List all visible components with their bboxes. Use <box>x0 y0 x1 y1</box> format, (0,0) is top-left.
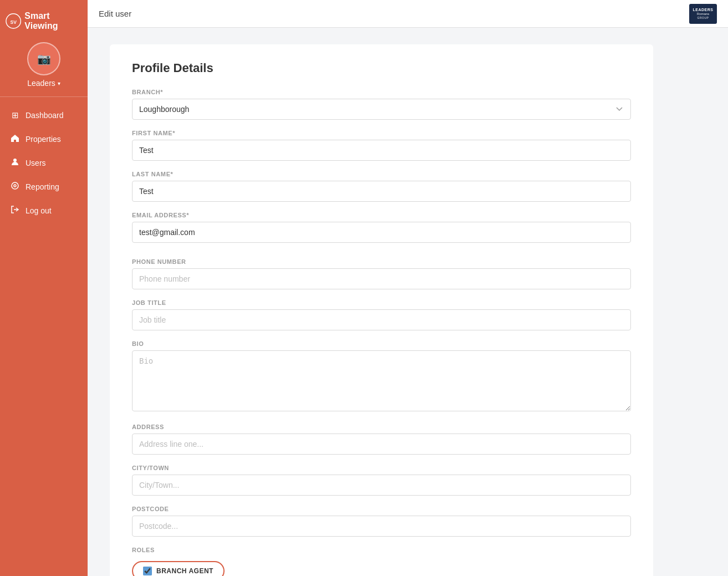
branch-label: BRANCH* <box>132 89 631 95</box>
svg-point-2 <box>13 159 17 162</box>
sidebar-item-logout[interactable]: Log out <box>0 198 88 222</box>
avatar[interactable]: 📷 <box>27 42 60 75</box>
branch-agent-label: BRANCH AGENT <box>156 567 213 575</box>
address-label: ADDRESS <box>132 424 631 430</box>
city-label: CITY/TOWN <box>132 465 631 471</box>
content-area: Profile Details BRANCH* Loughborough Lon… <box>88 28 728 576</box>
sidebar-item-properties[interactable]: Properties <box>0 127 88 151</box>
postcode-group: POSTCODE <box>132 506 631 537</box>
company-logo-line2: Romans <box>693 12 714 16</box>
address-input[interactable] <box>132 434 631 455</box>
sidebar-item-users[interactable]: Users <box>0 151 88 175</box>
roles-label: ROLES <box>132 547 631 553</box>
sidebar-nav: ⊞ Dashboard Properties Users Reporting <box>0 104 88 222</box>
branch-agent-checkbox[interactable] <box>143 567 152 575</box>
last-name-group: LAST NAME* <box>132 171 631 202</box>
first-name-group: FIRST NAME* <box>132 130 631 161</box>
form-card: Profile Details BRANCH* Loughborough Lon… <box>110 44 653 576</box>
sidebar: SV Smart Viewing 📷 Leaders ▾ ⊞ Dashboard… <box>0 0 88 576</box>
first-name-input[interactable] <box>132 140 631 161</box>
sidebar-item-dashboard[interactable]: ⊞ Dashboard <box>0 104 88 127</box>
smart-viewing-logo-icon: SV <box>6 13 21 29</box>
city-input[interactable] <box>132 475 631 496</box>
properties-icon <box>10 134 20 144</box>
svg-text:SV: SV <box>10 19 17 25</box>
reporting-icon <box>10 181 20 192</box>
dashboard-icon: ⊞ <box>10 110 20 120</box>
bio-group: BIO <box>132 340 631 414</box>
job-title-input[interactable] <box>132 309 631 330</box>
city-group: CITY/TOWN <box>132 465 631 496</box>
svg-point-3 <box>12 182 18 189</box>
job-title-label: JOB TITLE <box>132 299 631 306</box>
avatar-section: 📷 Leaders ▾ <box>27 42 60 88</box>
phone-label: PHONE NUMBER <box>132 258 631 265</box>
avatar-label[interactable]: Leaders ▾ <box>27 79 60 88</box>
logout-icon <box>10 205 20 216</box>
sidebar-divider <box>0 96 88 97</box>
sidebar-logo: SV Smart Viewing <box>0 11 88 31</box>
bio-textarea[interactable] <box>132 350 631 411</box>
topbar-title: Edit user <box>99 9 131 18</box>
address-group: ADDRESS <box>132 424 631 455</box>
sidebar-logo-text: Smart Viewing <box>24 11 82 31</box>
company-logo-line3: GROUP <box>693 16 714 19</box>
bio-label: BIO <box>132 340 631 347</box>
postcode-label: POSTCODE <box>132 506 631 512</box>
job-title-group: JOB TITLE <box>132 299 631 330</box>
email-group: EMAIL ADDRESS* <box>132 212 631 243</box>
chevron-down-icon: ▾ <box>58 80 60 86</box>
last-name-label: LAST NAME* <box>132 171 631 177</box>
main-wrapper: Edit user LEADERS Romans GROUP Profile D… <box>88 0 728 576</box>
svg-point-4 <box>14 185 16 187</box>
email-label: EMAIL ADDRESS* <box>132 212 631 218</box>
last-name-input[interactable] <box>132 181 631 202</box>
camera-icon: 📷 <box>37 52 51 65</box>
users-icon <box>10 157 20 168</box>
branch-select[interactable]: Loughborough London Manchester Birmingha… <box>132 99 631 120</box>
sidebar-item-reporting[interactable]: Reporting <box>0 175 88 198</box>
first-name-label: FIRST NAME* <box>132 130 631 136</box>
roles-section: ROLES BRANCH AGENT <box>132 547 631 576</box>
topbar: Edit user LEADERS Romans GROUP <box>88 0 728 28</box>
form-title: Profile Details <box>132 61 631 75</box>
roles-box: BRANCH AGENT <box>132 561 225 576</box>
postcode-input[interactable] <box>132 516 631 537</box>
email-input[interactable] <box>132 222 631 243</box>
phone-input[interactable] <box>132 268 631 289</box>
branch-group: BRANCH* Loughborough London Manchester B… <box>132 89 631 120</box>
company-logo: LEADERS Romans GROUP <box>689 4 717 24</box>
phone-group: PHONE NUMBER <box>132 258 631 289</box>
company-logo-line1: LEADERS <box>693 8 714 12</box>
